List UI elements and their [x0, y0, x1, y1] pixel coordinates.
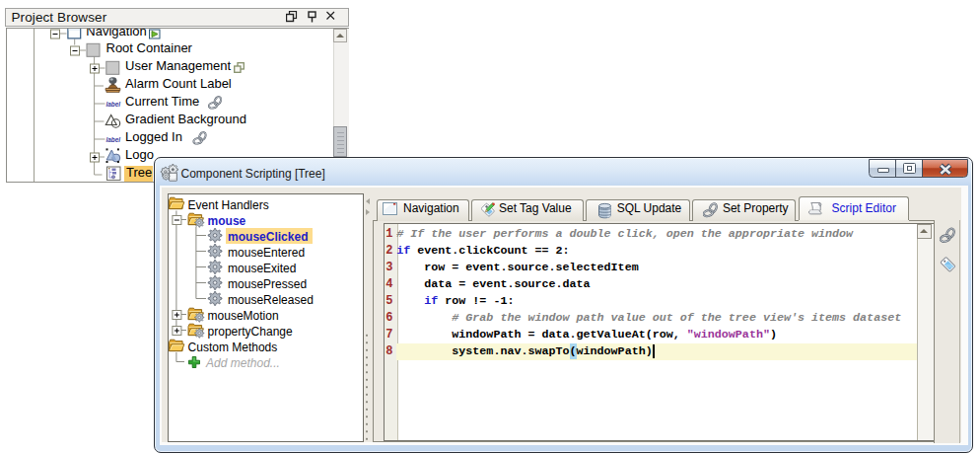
svg-text:label: label — [106, 135, 121, 142]
svg-text:label: label — [106, 100, 121, 107]
